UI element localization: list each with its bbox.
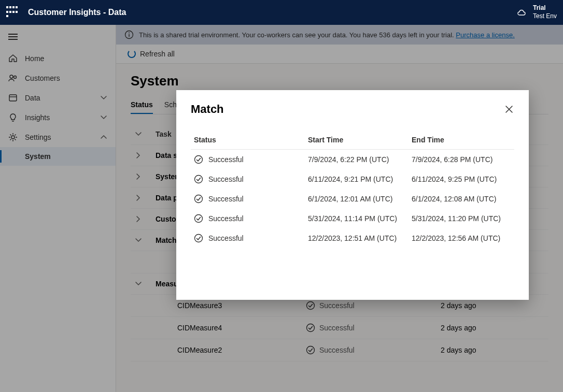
start-time: 6/11/2024, 9:21 PM (UTC): [308, 175, 412, 183]
end-time: 12/2/2023, 12:56 AM (UTC): [412, 234, 515, 242]
start-time: 12/2/2023, 12:51 AM (UTC): [308, 234, 412, 242]
col-status: Status: [194, 136, 308, 144]
modal-close-button[interactable]: [504, 104, 514, 114]
app-launcher-icon[interactable]: [6, 6, 19, 19]
modal-table-row: Successful12/2/2023, 12:51 AM (UTC)12/2/…: [191, 228, 514, 248]
col-end: End Time: [412, 136, 515, 144]
match-modal: Match Status Start Time End Time Success…: [176, 90, 529, 300]
end-time: 6/1/2024, 12:08 AM (UTC): [412, 195, 515, 203]
col-start: Start Time: [308, 136, 412, 144]
environment-picker[interactable]: Trial Test Env: [517, 4, 557, 20]
top-header: Customer Insights - Data Trial Test Env: [0, 0, 563, 25]
start-time: 7/9/2024, 6:22 PM (UTC): [308, 155, 412, 164]
check-icon: [194, 155, 203, 164]
modal-table-row: Successful5/31/2024, 11:14 PM (UTC)5/31/…: [191, 209, 514, 228]
status-cell: Successful: [194, 175, 308, 184]
end-time: 6/11/2024, 9:25 PM (UTC): [412, 175, 515, 183]
env-label: Trial: [533, 4, 557, 12]
app-title: Customer Insights - Data: [28, 8, 126, 17]
start-time: 6/1/2024, 12:01 AM (UTC): [308, 195, 412, 203]
environment-icon: [517, 8, 528, 17]
check-icon: [194, 175, 203, 184]
check-icon: [194, 194, 203, 204]
status-cell: Successful: [194, 194, 308, 204]
env-name: Test Env: [533, 12, 557, 21]
start-time: 5/31/2024, 11:14 PM (UTC): [308, 214, 412, 223]
end-time: 5/31/2024, 11:20 PM (UTC): [412, 214, 515, 223]
modal-table-row: Successful6/1/2024, 12:01 AM (UTC)6/1/20…: [191, 189, 514, 209]
status-cell: Successful: [194, 155, 308, 164]
check-icon: [194, 234, 203, 243]
status-cell: Successful: [194, 234, 308, 243]
modal-table-row: Successful7/9/2024, 6:22 PM (UTC)7/9/202…: [191, 150, 514, 169]
check-icon: [194, 214, 203, 223]
status-cell: Successful: [194, 214, 308, 223]
modal-table: Status Start Time End Time Successful7/9…: [191, 130, 514, 248]
modal-title: Match: [191, 103, 224, 116]
end-time: 7/9/2024, 6:28 PM (UTC): [412, 155, 515, 164]
modal-table-header: Status Start Time End Time: [191, 130, 514, 150]
modal-table-row: Successful6/11/2024, 9:21 PM (UTC)6/11/2…: [191, 169, 514, 189]
